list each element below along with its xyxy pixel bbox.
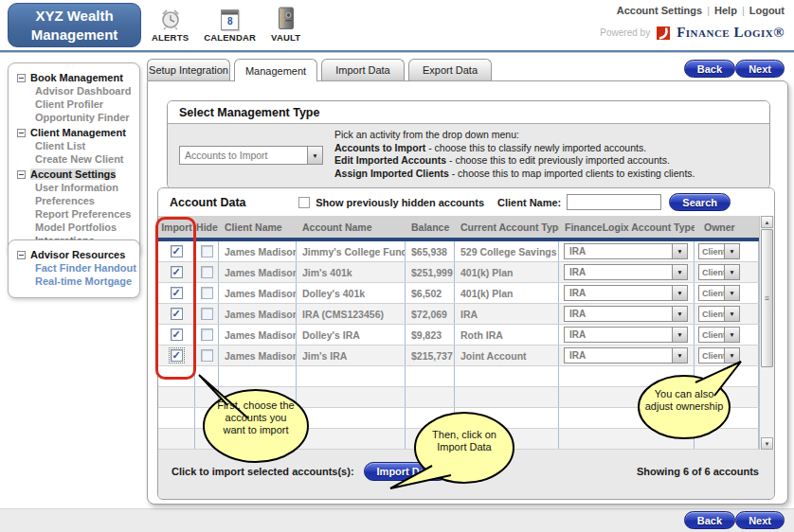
chevron-down-icon[interactable]	[724, 265, 739, 279]
sidebar-item-client-list[interactable]: Client List	[9, 140, 139, 152]
hide-checkbox[interactable]	[201, 308, 213, 320]
scroll-up-icon[interactable]	[761, 216, 773, 228]
chevron-down-icon[interactable]	[672, 348, 687, 363]
tab-setup-integration[interactable]: Setup Integration	[147, 59, 230, 80]
table-scrollbar[interactable]	[759, 216, 774, 450]
current-type-cell: Roth IRA	[455, 325, 559, 345]
hide-checkbox[interactable]	[201, 245, 213, 257]
select-management-type-section: Select Management Type Accounts to Impor…	[167, 100, 770, 189]
sidebar-item-create-new-client[interactable]: Create New Client	[9, 153, 139, 166]
sidebar-section-book-management[interactable]: Book Management	[9, 70, 139, 84]
chevron-down-icon[interactable]	[672, 286, 687, 300]
import-checkbox[interactable]	[171, 349, 183, 362]
back-button-bottom[interactable]: Back	[684, 511, 735, 529]
show-hidden-checkbox[interactable]	[298, 197, 310, 208]
collapse-icon[interactable]	[17, 170, 26, 179]
sidebar-item-model-portfolios[interactable]: Model Portfolios	[9, 222, 139, 234]
collapse-icon[interactable]	[17, 74, 26, 82]
import-checkbox[interactable]	[171, 328, 183, 341]
column-header-current-account-type: Current Account Type	[455, 216, 559, 238]
alerts-button[interactable]: ALERTS	[152, 8, 189, 43]
hide-checkbox[interactable]	[201, 266, 213, 278]
chevron-down-icon[interactable]	[724, 348, 739, 363]
fl-account-type-select[interactable]: IRA	[564, 264, 688, 280]
vault-button[interactable]: VAULT	[271, 7, 300, 43]
back-button[interactable]: Back	[684, 60, 735, 78]
account-name-cell: Dolley's IRA	[297, 325, 406, 345]
hide-checkbox[interactable]	[201, 287, 213, 299]
account-name-cell: Jim's IRA	[297, 346, 406, 365]
header-icon-bar: ALERTS 8 CALENDAR	[152, 7, 300, 43]
powered-by-label: Powered by	[600, 27, 650, 38]
chevron-down-icon[interactable]	[307, 147, 322, 164]
sidebar-section-account-settings[interactable]: Account Settings	[9, 167, 139, 181]
next-button[interactable]: Next	[735, 60, 785, 78]
chevron-down-icon[interactable]	[672, 244, 687, 258]
import-checkbox[interactable]	[171, 308, 183, 320]
table-body: James Madison Jimmy's College Fund $65,9…	[158, 241, 759, 450]
hide-checkbox[interactable]	[201, 328, 213, 341]
collapse-icon[interactable]	[17, 251, 26, 259]
owner-select[interactable]: Client	[698, 306, 740, 322]
calendar-icon: 8	[221, 9, 239, 30]
owner-select[interactable]: Client	[698, 347, 740, 364]
sidebar-item-opportunity-finder[interactable]: Opportunity Finder	[9, 112, 139, 124]
management-type-select[interactable]: Accounts to Import	[179, 146, 323, 165]
sidebar-item-real-time-mortgage[interactable]: Real-time Mortgage	[9, 275, 139, 288]
tab-management[interactable]: Management	[234, 59, 317, 81]
owner-select[interactable]: Client	[698, 264, 740, 280]
fl-account-type-select[interactable]: IRA	[564, 243, 688, 259]
import-cell	[158, 346, 195, 365]
table-header-row: Import Hide Client Name Account Name Bal…	[158, 216, 759, 238]
owner-select[interactable]: Client	[698, 285, 740, 301]
show-hidden-label: Show previously hidden accounts	[316, 197, 484, 208]
chevron-down-icon[interactable]	[672, 265, 687, 279]
sidebar-item-advisor-dashboard[interactable]: Advisor Dashboard	[9, 85, 139, 98]
sidebar-item-preferences[interactable]: Preferences	[9, 195, 139, 207]
chevron-down-icon[interactable]	[672, 328, 687, 342]
tab-export-data[interactable]: Export Data	[408, 59, 492, 80]
import-checkbox[interactable]	[171, 287, 183, 299]
fl-account-type-select[interactable]: IRA	[564, 347, 688, 364]
chevron-down-icon[interactable]	[724, 328, 739, 342]
owner-select[interactable]: Client	[698, 243, 740, 259]
sidebar-item-fact-finder-handout[interactable]: Fact Finder Handout	[9, 262, 139, 275]
table-row-empty	[158, 429, 759, 450]
calendar-label: CALENDAR	[204, 32, 256, 43]
owner-select[interactable]: Client	[698, 327, 740, 343]
hide-checkbox[interactable]	[201, 349, 213, 362]
scrollbar-thumb[interactable]	[761, 229, 773, 367]
sidebar-section-client-management[interactable]: Client Management	[9, 125, 139, 139]
sidebar-item-report-preferences[interactable]: Report Preferences	[9, 208, 139, 221]
next-button-bottom[interactable]: Next	[735, 511, 785, 529]
fl-account-type-select[interactable]: IRA	[564, 285, 688, 301]
sidebar-item-client-profiler[interactable]: Client Profiler	[9, 98, 139, 111]
chevron-down-icon[interactable]	[724, 286, 739, 300]
vault-label: VAULT	[271, 32, 300, 43]
fl-account-type-select[interactable]: IRA	[564, 306, 688, 322]
import-checkbox[interactable]	[171, 245, 183, 257]
scroll-down-icon[interactable]	[761, 437, 773, 450]
section-title: Select Management Type	[168, 101, 769, 124]
logout-link[interactable]: Logout	[749, 5, 785, 16]
fl-account-type-select[interactable]: IRA	[564, 327, 688, 343]
chevron-down-icon[interactable]	[724, 307, 739, 321]
sidebar-section-advisor-resources[interactable]: Advisor Resources	[9, 247, 139, 261]
help-link[interactable]: Help	[714, 5, 737, 16]
import-checkbox[interactable]	[171, 266, 183, 278]
client-name-input[interactable]	[567, 194, 661, 210]
account-settings-link[interactable]: Account Settings	[617, 5, 702, 16]
account-name-cell: Jim's 401k	[297, 262, 406, 282]
chevron-down-icon[interactable]	[724, 244, 739, 258]
calendar-button[interactable]: 8 CALENDAR	[204, 9, 256, 43]
header-divider	[0, 50, 794, 53]
tab-import-data[interactable]: Import Data	[321, 59, 405, 80]
search-button[interactable]: Search	[669, 193, 731, 211]
import-data-button[interactable]: Import Data	[364, 462, 448, 481]
sidebar-item-user-information[interactable]: User Information	[9, 182, 139, 194]
chevron-down-icon[interactable]	[672, 307, 687, 321]
show-hidden-group: Show previously hidden accounts	[298, 197, 484, 208]
collapse-icon[interactable]	[17, 129, 26, 137]
balance-cell: $215,737	[406, 346, 455, 365]
client-name-cell: James Madison	[219, 304, 297, 324]
